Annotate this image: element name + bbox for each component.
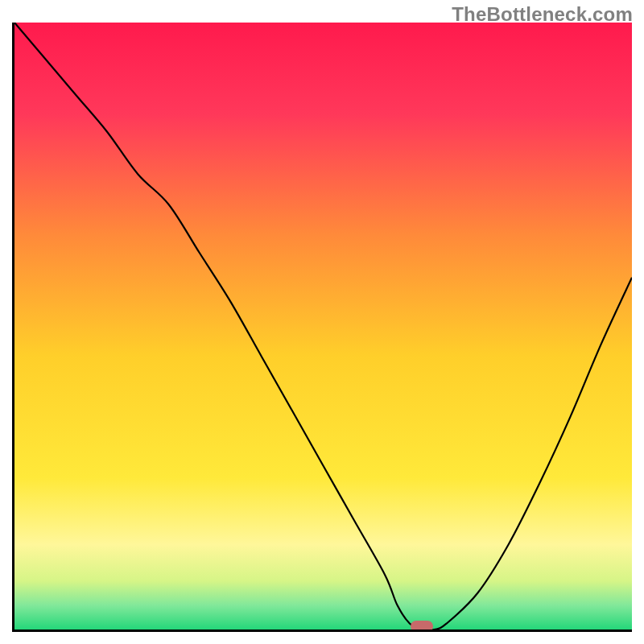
plot-area — [12, 23, 632, 632]
bottleneck-curve — [14, 23, 632, 630]
curve-layer — [14, 23, 632, 630]
plot-inner — [14, 23, 632, 630]
chart-container: TheBottleneck.com — [0, 0, 644, 644]
optimal-marker — [411, 621, 433, 630]
